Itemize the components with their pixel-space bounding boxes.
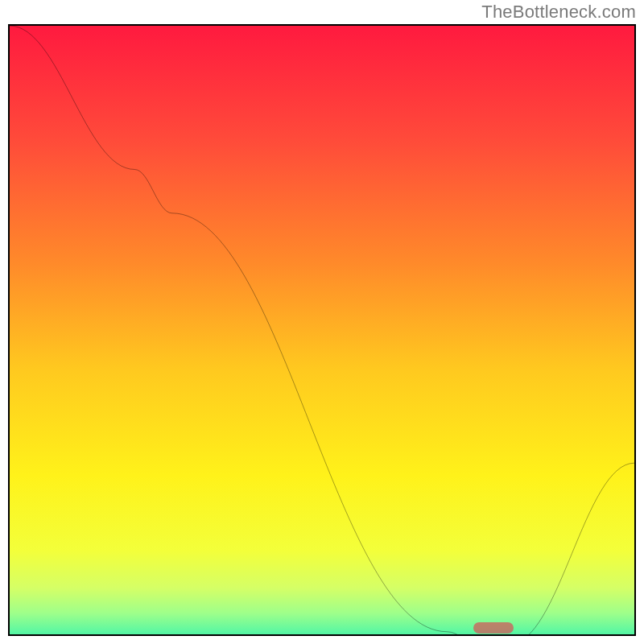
optimal-range-marker xyxy=(473,622,514,634)
watermark-label: TheBottleneck.com xyxy=(481,2,636,23)
chart-stage: TheBottleneck.com xyxy=(0,0,644,644)
plot-area xyxy=(8,24,636,636)
bottleneck-curve xyxy=(10,26,634,636)
curve-path xyxy=(10,26,634,636)
